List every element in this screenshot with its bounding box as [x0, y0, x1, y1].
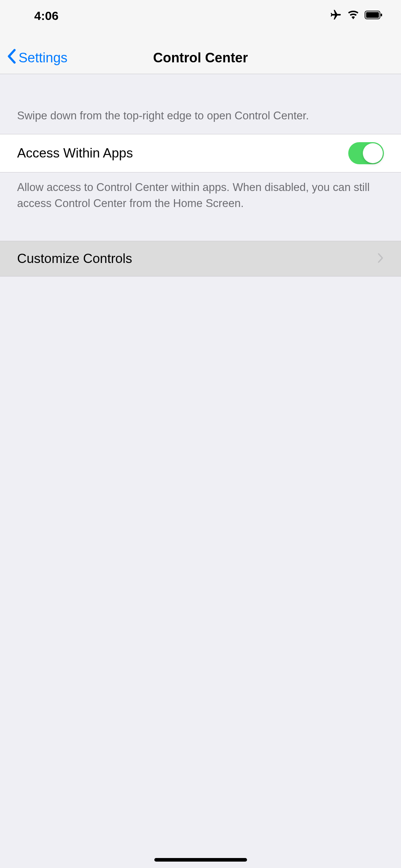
access-within-apps-label: Access Within Apps [17, 146, 133, 161]
customize-controls-label: Customize Controls [17, 251, 132, 266]
home-indicator[interactable] [154, 858, 247, 862]
chevron-left-icon [6, 49, 16, 67]
access-within-apps-cell: Access Within Apps [0, 134, 401, 172]
svg-rect-2 [381, 14, 382, 16]
status-bar: 4:06 [0, 0, 401, 31]
customize-controls-cell[interactable]: Customize Controls [0, 241, 401, 277]
back-button[interactable]: Settings [6, 49, 67, 67]
back-label: Settings [19, 50, 67, 66]
battery-icon [365, 10, 383, 21]
airplane-mode-icon [330, 9, 342, 22]
status-time: 4:06 [18, 9, 58, 23]
section-header-swipe-info: Swipe down from the top-right edge to op… [0, 74, 401, 134]
chevron-right-icon [377, 253, 384, 264]
svg-rect-1 [366, 12, 379, 18]
navigation-bar: Settings Control Center [0, 31, 401, 74]
access-within-apps-toggle[interactable] [348, 142, 384, 164]
toggle-knob [363, 143, 383, 163]
section-footer-access-info: Allow access to Control Center within ap… [0, 172, 401, 222]
page-title: Control Center [153, 50, 248, 66]
status-icons [330, 9, 383, 22]
wifi-icon [348, 9, 359, 22]
